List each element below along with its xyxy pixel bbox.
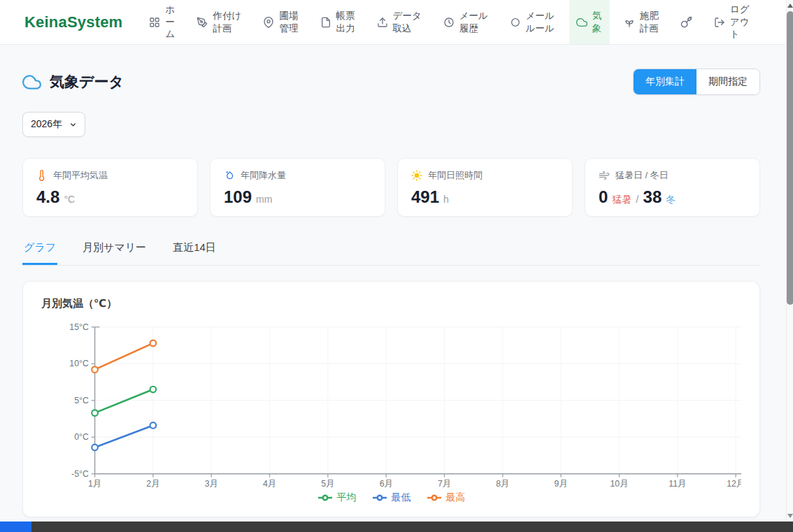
legend-marker-icon: [427, 494, 442, 501]
app-logo[interactable]: KeinaSystem: [24, 13, 122, 31]
page-title: 気象データ: [50, 72, 124, 92]
nav-item-label: 気象: [592, 10, 603, 35]
svg-text:0°C: 0°C: [74, 432, 89, 442]
stat-label: 年間日照時間: [428, 169, 483, 182]
nav-item-label: ログアウト: [730, 3, 750, 41]
stat-cold-value: 38: [643, 187, 662, 207]
nav-item-mail-rules[interactable]: メールルール: [503, 0, 562, 44]
history-icon: [443, 17, 455, 28]
stat-card-avg-temp: 年間平均気温 4.8 °C: [22, 158, 198, 217]
sun-icon: [411, 170, 422, 181]
nav-item-label: 作付け計画: [213, 10, 242, 35]
stat-value: 109: [224, 187, 252, 207]
nav-item-mail-history[interactable]: メール履歴: [436, 0, 496, 44]
svg-text:10月: 10月: [610, 479, 629, 489]
scrollbar-down-arrow-icon[interactable]: [787, 514, 793, 518]
taskbar[interactable]: [0, 522, 793, 532]
nav-item-label: ホーム: [165, 3, 176, 41]
stat-cards: 年間平均気温 4.8 °C 年間降水量 109 mm 年間日照時間 49: [22, 158, 760, 217]
thermometer-icon: [36, 170, 48, 181]
stat-label: 年間平均気温: [53, 169, 108, 182]
nav-item-label: メールルール: [526, 10, 555, 35]
nav-item-home[interactable]: ホーム: [142, 0, 183, 44]
chart-title: 月別気温（℃）: [41, 297, 741, 310]
tab-last-14-days[interactable]: 直近14日: [171, 235, 217, 265]
stat-card-precipitation: 年間降水量 109 mm: [210, 158, 385, 217]
view-toggle: 年別集計 期間指定: [633, 69, 760, 95]
pen-icon: [197, 17, 208, 28]
main-nav: ホーム 作付け計画 圃場管理 帳票出力 データ取込 メール履歴 メールルール: [142, 0, 757, 44]
stat-hot-value: 0: [599, 187, 608, 207]
stat-unit: mm: [256, 194, 272, 205]
stat-card-extreme-days: 猛暑日 / 冬日 0 猛暑 / 38 冬: [585, 158, 760, 217]
key-icon: [680, 16, 693, 29]
map-pin-icon: [263, 17, 274, 28]
nav-item-logout[interactable]: ログアウト: [707, 0, 757, 44]
wind-icon: [599, 170, 610, 181]
nav-item-data-import[interactable]: データ取込: [370, 0, 429, 44]
svg-text:7月: 7月: [438, 479, 451, 489]
stat-value: 491: [411, 187, 439, 207]
nav-item-weather[interactable]: 気象: [569, 0, 610, 44]
svg-text:5月: 5月: [321, 479, 334, 489]
tab-graph[interactable]: グラフ: [22, 235, 57, 265]
cloud-icon: [576, 17, 587, 28]
nav-item-label: メール履歴: [459, 10, 489, 35]
app-header: KeinaSystem ホーム 作付け計画 圃場管理 帳票出力 データ取込 メー…: [0, 0, 793, 45]
tab-monthly-summary[interactable]: 月別サマリー: [81, 235, 148, 265]
stat-unit: h: [443, 194, 449, 205]
main-content: 気象データ 年別集計 期間指定 2026年 年間平均気温 4.8 °C 年間降水…: [0, 69, 793, 517]
page-title-row: 気象データ 年別集計 期間指定: [22, 69, 760, 95]
nav-item-fertilizer-plan[interactable]: 施肥計画: [617, 0, 666, 44]
svg-text:11月: 11月: [669, 479, 686, 489]
stat-label: 年間降水量: [241, 169, 286, 182]
svg-text:6月: 6月: [380, 479, 393, 489]
sprout-icon: [624, 17, 635, 28]
stat-separator: /: [636, 193, 638, 205]
stat-hot-unit: 猛暑: [612, 194, 631, 206]
nav-item-label: 圃場管理: [279, 10, 299, 35]
monthly-temperature-chart: -5°C0°C5°C10°C15°C1月2月3月4月5月6月7月8月9月10月1…: [41, 319, 741, 490]
legend-item-min[interactable]: 最低: [372, 491, 411, 504]
svg-text:9月: 9月: [555, 479, 568, 489]
droplet-icon: [224, 170, 235, 181]
stat-unit: °C: [64, 194, 75, 205]
page-scrollbar[interactable]: [786, 0, 793, 522]
chart-card: 月別気温（℃） -5°C0°C5°C10°C15°C1月2月3月4月5月6月7月…: [22, 281, 760, 517]
nav-item-field-management[interactable]: 圃場管理: [256, 0, 306, 44]
scrollbar-thumb[interactable]: [787, 11, 793, 305]
nav-item-report-output[interactable]: 帳票出力: [313, 0, 363, 44]
svg-text:3月: 3月: [205, 479, 218, 489]
stat-cold-unit: 冬: [666, 194, 676, 206]
nav-item-label: 施肥計画: [640, 10, 659, 35]
content-tabs: グラフ 月別サマリー 直近14日: [22, 235, 760, 266]
nav-item-label: データ取込: [393, 10, 422, 35]
logout-icon: [714, 17, 725, 28]
year-select[interactable]: 2026年: [22, 112, 85, 137]
svg-text:2月: 2月: [146, 479, 159, 489]
svg-text:10°C: 10°C: [69, 359, 89, 368]
chevron-down-icon: [69, 121, 77, 129]
stat-label: 猛暑日 / 冬日: [615, 169, 669, 182]
stat-card-sunshine: 年間日照時間 491 h: [397, 158, 573, 217]
taskbar-accent-button[interactable]: [0, 522, 31, 532]
svg-text:-5°C: -5°C: [71, 469, 89, 479]
period-select-button[interactable]: 期間指定: [696, 69, 759, 94]
nav-item-password[interactable]: [673, 0, 700, 44]
legend-marker-icon: [372, 494, 387, 501]
nav-item-label: 帳票出力: [336, 10, 356, 35]
svg-text:12月: 12月: [727, 479, 741, 489]
svg-text:15°C: 15°C: [69, 322, 89, 332]
yearly-summary-button[interactable]: 年別集計: [634, 69, 696, 94]
legend-item-max[interactable]: 最高: [427, 491, 466, 504]
circle-icon: [510, 17, 521, 28]
svg-text:1月: 1月: [88, 479, 101, 489]
scrollbar-up-arrow-icon[interactable]: [787, 3, 793, 8]
svg-text:5°C: 5°C: [74, 396, 89, 405]
svg-text:4月: 4月: [263, 479, 276, 489]
nav-item-planting-plan[interactable]: 作付け計画: [190, 0, 249, 44]
legend-item-average[interactable]: 平均: [317, 491, 357, 504]
stat-value: 4.8: [36, 187, 59, 207]
chart-legend: 平均 最低 最高: [41, 491, 741, 507]
svg-text:8月: 8月: [496, 479, 509, 489]
